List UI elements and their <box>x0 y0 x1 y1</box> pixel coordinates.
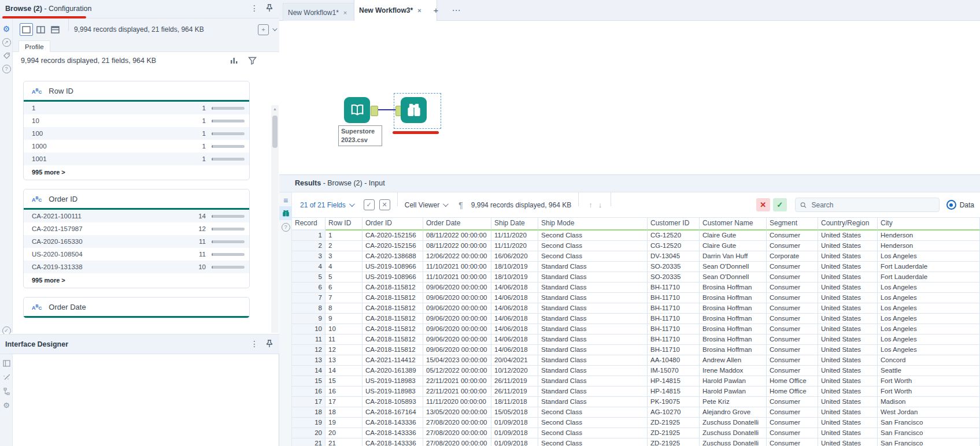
tool-annotation-label[interactable]: Superstore 2023.csv <box>338 125 382 146</box>
tree-view-icon[interactable] <box>2 386 11 396</box>
help-icon[interactable]: ? <box>281 222 290 232</box>
properties-gear-icon[interactable]: ⚙ <box>2 400 11 410</box>
layout-two-columns-button[interactable] <box>34 23 47 36</box>
search-input[interactable] <box>811 200 934 210</box>
table-row[interactable]: 1111CA-2018-11581209/06/2020 00:00:0014/… <box>292 335 980 345</box>
field-value-row[interactable]: 1 1 <box>24 102 249 114</box>
fields-selector[interactable]: 21 of 21 Fields <box>300 201 346 209</box>
layout-two-rows-button[interactable] <box>49 23 62 36</box>
chart-icon[interactable] <box>230 57 238 64</box>
field-profile-card[interactable]: ABC Order Date <box>23 297 250 318</box>
table-cell: United States <box>818 251 878 262</box>
up-arrow-icon[interactable]: ↑ <box>589 200 593 209</box>
pin-icon[interactable] <box>265 339 275 350</box>
panel-menu-icon[interactable]: ⋮ <box>250 339 259 348</box>
field-value-row[interactable]: US-2020-108504 11 <box>24 248 249 261</box>
table-row[interactable]: 55US-2019-10896611/10/2021 00:00:0018/10… <box>292 272 980 283</box>
field-value-row[interactable]: CA-2021-100111 14 <box>24 210 249 222</box>
table-row[interactable]: 44US-2019-10896611/10/2021 00:00:0018/10… <box>292 262 980 272</box>
table-row[interactable]: 88CA-2018-11581209/06/2020 00:00:0014/06… <box>292 303 980 314</box>
share-icon[interactable]: ↗ <box>2 38 11 47</box>
table-row[interactable]: 11CA-2020-15215608/11/2022 00:00:0011/11… <box>292 231 980 241</box>
column-header[interactable]: City <box>878 218 980 231</box>
list-icon[interactable]: ≡ <box>281 196 290 205</box>
column-header[interactable]: Record <box>292 218 326 231</box>
close-icon[interactable]: × <box>417 7 421 14</box>
table-row[interactable]: 1717CA-2018-10589311/11/2020 00:00:0018/… <box>292 397 980 407</box>
browse-view-icon[interactable] <box>279 206 292 220</box>
field-value-row[interactable]: 10 1 <box>24 114 249 127</box>
table-row[interactable]: 1818CA-2018-16716413/05/2020 00:00:0015/… <box>292 407 980 418</box>
deselect-fields-icon[interactable]: ✕ <box>379 199 390 210</box>
close-icon[interactable]: × <box>343 9 347 16</box>
column-header[interactable]: Row ID <box>326 218 363 231</box>
column-header[interactable]: Ship Date <box>491 218 538 231</box>
wizard-wand-icon[interactable] <box>2 373 11 382</box>
more-values-link[interactable]: 995 more > <box>24 273 249 288</box>
table-row[interactable]: 1212CA-2018-11581209/06/2020 00:00:0014/… <box>292 345 980 355</box>
tab-new-workflow3[interactable]: New Workflow3* × <box>354 0 437 21</box>
table-row[interactable]: 77CA-2018-11581209/06/2020 00:00:0014/06… <box>292 293 980 303</box>
field-value-row[interactable]: CA-2020-165330 11 <box>24 235 249 248</box>
field-value-row[interactable]: 1001 1 <box>24 153 249 165</box>
table-row[interactable]: 22CA-2020-15215608/11/2022 00:00:0011/11… <box>292 241 980 251</box>
panel-menu-icon[interactable]: ⋮ <box>250 3 259 13</box>
browse-tool[interactable] <box>401 97 427 123</box>
workflow-canvas[interactable]: Superstore 2023.csv <box>279 21 980 174</box>
scroll-up-icon: ▲ <box>271 107 279 111</box>
more-values-link[interactable]: 995 more > <box>24 165 249 180</box>
table-row[interactable]: 66CA-2018-11581209/06/2020 00:00:0014/06… <box>292 283 980 293</box>
output-anchor[interactable] <box>371 106 378 116</box>
help-icon[interactable]: ? <box>2 64 11 73</box>
column-header[interactable]: Ship Mode <box>538 218 648 231</box>
layout-view-icon[interactable] <box>2 359 11 368</box>
table-row[interactable]: 33CA-2020-13868812/06/2022 00:00:0016/06… <box>292 251 980 262</box>
table-row[interactable]: 1616US-2019-11898322/11/2021 00:00:0026/… <box>292 386 980 397</box>
input-data-tool[interactable] <box>344 97 370 123</box>
column-header[interactable]: Customer Name <box>700 218 767 231</box>
search-box[interactable] <box>795 198 940 212</box>
table-row[interactable]: 1313CA-2021-11441215/04/2023 00:00:0020/… <box>292 355 980 366</box>
table-row[interactable]: 1010CA-2018-11581209/06/2020 00:00:0014/… <box>292 324 980 335</box>
pin-icon[interactable] <box>265 3 275 14</box>
column-header[interactable]: Country/Region <box>818 218 878 231</box>
tag-icon[interactable] <box>2 51 11 60</box>
field-profile-card[interactable]: ABC Order ID CA-2021-100111 14 CA-2021-1… <box>23 189 250 288</box>
open-book-icon <box>349 102 366 119</box>
pilcrow-icon[interactable]: ¶ <box>458 200 463 210</box>
field-value-row[interactable]: 100 1 <box>24 127 249 140</box>
column-header[interactable]: Order ID <box>363 218 423 231</box>
select-fields-checkbox-icon[interactable]: ✓ <box>364 199 375 210</box>
table-row[interactable]: 1414CA-2020-16138905/12/2022 00:00:0010/… <box>292 366 980 376</box>
field-value-row[interactable]: CA-2019-131338 10 <box>24 261 249 273</box>
filter-icon[interactable] <box>248 57 257 65</box>
field-value-row[interactable]: CA-2021-157987 12 <box>24 222 249 235</box>
column-header[interactable]: Order Date <box>423 218 491 231</box>
column-header[interactable]: Segment <box>767 218 818 231</box>
data-radio[interactable]: Data <box>946 200 974 210</box>
add-pane-icon[interactable]: + <box>258 24 269 35</box>
column-header[interactable]: Customer ID <box>648 218 700 231</box>
table-cell: 27/08/2020 00:00:00 <box>423 428 491 438</box>
new-tab-button[interactable]: + <box>430 5 442 16</box>
more-tabs-button[interactable]: ⋯ <box>450 5 463 16</box>
table-cell: BH-11710 <box>648 345 700 355</box>
down-arrow-icon[interactable]: ↓ <box>598 200 602 209</box>
table-row[interactable]: 99CA-2018-11581209/06/2020 00:00:0014/06… <box>292 314 980 324</box>
tab-profile[interactable]: Profile <box>19 40 50 53</box>
field-value-row[interactable]: 1000 1 <box>24 140 249 153</box>
layout-single-pane-button[interactable] <box>20 23 33 36</box>
table-cell: SO-20335 <box>648 272 700 283</box>
table-row[interactable]: 2020CA-2018-14333627/08/2020 00:00:0001/… <box>292 428 980 438</box>
cancel-button[interactable]: ✕ <box>756 198 770 211</box>
tab-new-workflow1[interactable]: New Workflow1* × <box>283 3 363 21</box>
cell-viewer-selector[interactable]: Cell Viewer <box>405 201 439 209</box>
table-row[interactable]: 2121CA-2018-14333627/08/2020 00:00:0001/… <box>292 438 980 446</box>
field-profile-card[interactable]: ABC Row ID 1 1 10 1 100 1 1000 1 1001 1 … <box>23 81 250 180</box>
profile-scrollbar[interactable]: ▲ ▼ <box>271 105 279 333</box>
chevron-down-icon <box>349 201 355 207</box>
gear-icon[interactable]: ⚙ <box>2 24 11 34</box>
table-row[interactable]: 1515US-2019-11898322/11/2021 00:00:0026/… <box>292 376 980 386</box>
table-row[interactable]: 1919CA-2018-14333627/08/2020 00:00:0001/… <box>292 418 980 428</box>
apply-button[interactable]: ✓ <box>773 198 787 211</box>
